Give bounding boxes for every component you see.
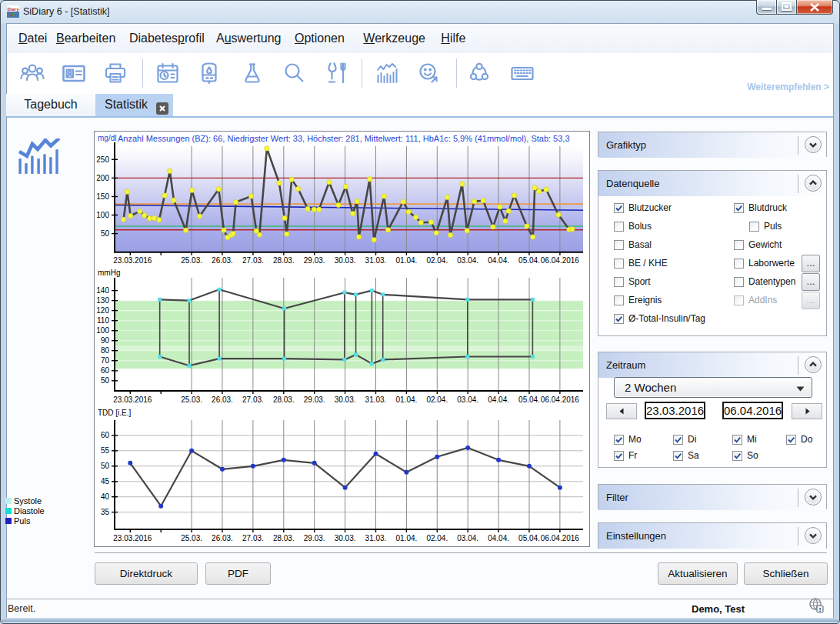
svg-text:01.04.: 01.04.: [395, 395, 417, 404]
svg-text:05.04.: 05.04.: [518, 534, 540, 542]
svg-text:90: 90: [101, 336, 110, 345]
svg-text:06.04.2016: 06.04.2016: [541, 256, 579, 265]
svg-text:23.03.2016: 23.03.2016: [113, 534, 152, 542]
svg-text:30.03.: 30.03.: [335, 534, 356, 542]
svg-text:50: 50: [101, 376, 110, 385]
svg-text:110: 110: [97, 316, 109, 325]
svg-text:130: 130: [96, 296, 109, 305]
svg-text:04.04.: 04.04.: [488, 395, 509, 404]
svg-text:!: !: [819, 606, 822, 613]
svg-text:27.03.: 27.03.: [242, 534, 264, 542]
svg-text:02.04.: 02.04.: [426, 256, 448, 265]
svg-text:02.04.: 02.04.: [426, 534, 448, 542]
svg-text:03.04.: 03.04.: [457, 256, 478, 265]
svg-text:140: 140: [96, 286, 109, 295]
svg-text:45: 45: [101, 477, 110, 486]
svg-text:25.03.: 25.03.: [181, 534, 202, 542]
svg-text:200: 200: [96, 174, 109, 182]
svg-text:250: 250: [96, 155, 109, 164]
svg-text:50: 50: [101, 229, 110, 238]
svg-text:01.04.: 01.04.: [395, 534, 417, 542]
svg-text:30.03.: 30.03.: [335, 256, 356, 265]
svg-text:23.03.2016: 23.03.2016: [113, 395, 152, 404]
svg-text:80: 80: [101, 346, 110, 355]
svg-text:28.03.: 28.03.: [273, 395, 295, 404]
svg-text:01.04.: 01.04.: [395, 256, 417, 265]
svg-text:31.03.: 31.03.: [365, 256, 387, 265]
svg-text:26.03.: 26.03.: [212, 395, 233, 404]
svg-text:120: 120: [96, 306, 109, 315]
svg-text:29.03.: 29.03.: [304, 395, 325, 404]
svg-text:70: 70: [101, 356, 110, 365]
svg-text:27.03.: 27.03.: [242, 256, 264, 265]
svg-text:100: 100: [96, 211, 109, 219]
svg-text:03.04.: 03.04.: [457, 395, 478, 404]
svg-text:05.04.: 05.04.: [518, 395, 540, 404]
svg-text:31.03.: 31.03.: [365, 534, 387, 542]
svg-text:55: 55: [101, 446, 110, 455]
svg-text:150: 150: [96, 192, 109, 201]
svg-text:25.03.: 25.03.: [181, 395, 202, 404]
svg-text:40: 40: [101, 492, 110, 501]
svg-text:28.03.: 28.03.: [273, 534, 295, 542]
svg-text:mg/dl: mg/dl: [98, 134, 116, 142]
svg-text:Anzahl Messungen (BZ): 66, Nie: Anzahl Messungen (BZ): 66, Niedrigster W…: [118, 134, 570, 143]
svg-text:mmHg: mmHg: [98, 269, 120, 277]
svg-text:100: 100: [96, 326, 109, 335]
svg-text:04.04.: 04.04.: [488, 256, 509, 265]
svg-text:60: 60: [101, 431, 110, 439]
svg-text:02.04.: 02.04.: [426, 395, 448, 404]
svg-text:35: 35: [101, 508, 110, 516]
svg-text:06.04.2016: 06.04.2016: [541, 395, 579, 404]
svg-text:29.03.: 29.03.: [304, 256, 325, 265]
svg-text:Diary: Diary: [7, 7, 19, 12]
svg-text:26.03.: 26.03.: [212, 256, 233, 265]
svg-text:29.03.: 29.03.: [304, 534, 325, 542]
svg-text:03.04.: 03.04.: [457, 534, 478, 542]
svg-text:31.03.: 31.03.: [365, 395, 387, 404]
svg-text:06.04.2016: 06.04.2016: [541, 534, 579, 542]
svg-text:60: 60: [101, 366, 110, 375]
svg-text:30.03.: 30.03.: [335, 395, 356, 404]
svg-text:TDD [i.E.]: TDD [i.E.]: [98, 409, 132, 417]
svg-text:05.04.: 05.04.: [518, 256, 540, 265]
svg-text:04.04.: 04.04.: [488, 534, 509, 542]
svg-text:25.03.: 25.03.: [181, 256, 202, 265]
svg-text:23.03.2016: 23.03.2016: [113, 256, 152, 265]
svg-text:50: 50: [101, 462, 110, 470]
svg-text:28.03.: 28.03.: [273, 256, 295, 265]
svg-text:27.03.: 27.03.: [242, 395, 264, 404]
svg-text:26.03.: 26.03.: [212, 534, 233, 542]
